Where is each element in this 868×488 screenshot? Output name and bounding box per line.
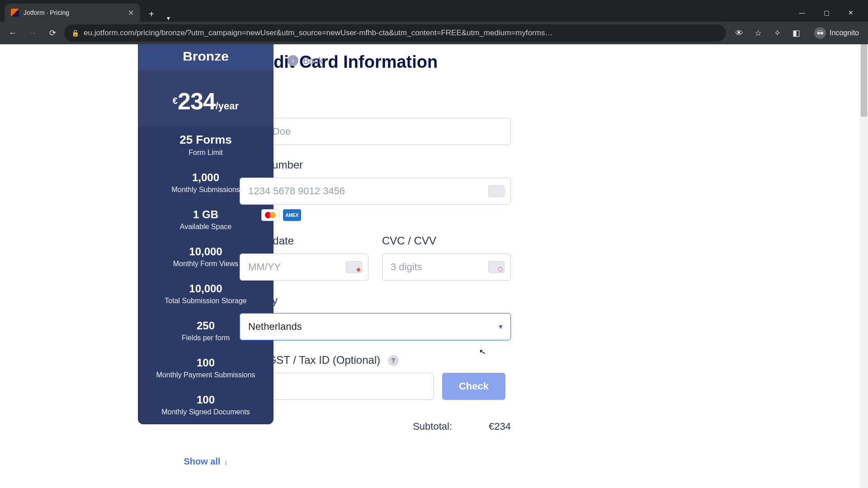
country-select[interactable] — [240, 313, 511, 340]
plan-feature: 10,000 Total Submission Storage — [138, 276, 274, 313]
country-field-group: Country ▾ — [240, 294, 511, 340]
subtotal-label: Subtotal: — [413, 421, 452, 432]
lock-icon: 🔒 — [71, 29, 79, 37]
minimize-button[interactable]: ― — [793, 9, 811, 16]
feature-value: 1 GB — [142, 208, 269, 221]
eye-off-icon[interactable]: 👁 — [733, 28, 745, 38]
plan-feature: 100 Monthly Payment Submissions — [138, 350, 274, 387]
cvc-field-group: CVC / CVV — [382, 235, 511, 281]
extensions-icon[interactable]: ✧ — [771, 28, 783, 38]
check-button[interactable]: Check — [442, 373, 505, 400]
close-window-button[interactable]: ✕ — [842, 9, 860, 16]
calendar-card-icon — [346, 261, 362, 273]
totals: Subtotal: €234 — [240, 418, 511, 435]
tab-bar: Jotform · Pricing ✕ + ▾ ― ▢ ✕ — [0, 0, 868, 22]
plan-feature: 100 Monthly Signed Documents — [138, 387, 274, 424]
name-input[interactable] — [240, 118, 511, 145]
feature-label: Monthly Signed Documents — [142, 408, 269, 416]
country-label: Country — [240, 294, 511, 307]
help-icon[interactable]: ? — [388, 355, 399, 366]
chevron-left-icon: ‹ — [288, 55, 298, 66]
name-label: Name — [240, 99, 511, 112]
cvc-label: CVC / CVV — [382, 235, 511, 247]
close-tab-icon[interactable]: ✕ — [128, 9, 134, 17]
subtotal-row: Subtotal: €234 — [240, 418, 511, 435]
card-field-group: Card number VISA AMEX — [240, 159, 511, 221]
new-tab-button[interactable]: + — [144, 6, 159, 22]
feature-label: Monthly Payment Submissions — [142, 371, 269, 379]
mastercard-icon — [261, 209, 279, 221]
show-all-label: Show all — [184, 456, 220, 466]
plan-name: Bronze — [138, 49, 274, 64]
vat-field-group: VAT / GST / Tax ID (Optional) ? Check — [240, 354, 511, 400]
feature-value: 100 — [142, 394, 269, 406]
feature-label: Available Space — [142, 223, 269, 231]
side-panel-icon[interactable]: ◧ — [790, 28, 802, 38]
incognito-indicator[interactable]: 🕶 Incognito — [810, 27, 863, 39]
amex-icon: AMEX — [283, 209, 301, 221]
browser-tab[interactable]: Jotform · Pricing ✕ — [5, 4, 140, 22]
expiry-cvc-row: Expiry date CVC / CVV — [240, 235, 511, 281]
address-bar: ← → ⟳ 🔒 eu.jotform.com/pricing/bronze/?u… — [0, 22, 868, 44]
vat-label: VAT / GST / Tax ID (Optional) ? — [240, 354, 511, 366]
feature-value: 10,000 — [142, 282, 269, 295]
plan-header: Bronze — [138, 44, 274, 70]
feature-value: 100 — [142, 357, 269, 369]
bookmark-icon[interactable]: ☆ — [752, 28, 764, 38]
subtotal-value: €234 — [470, 421, 511, 432]
price-amount: 234 — [178, 88, 216, 114]
plan-feature: 25 Forms Form Limit — [138, 127, 274, 165]
currency: € — [173, 96, 178, 106]
back-link[interactable]: ‹ Back — [288, 55, 323, 66]
browser-chrome: Jotform · Pricing ✕ + ▾ ― ▢ ✕ ← → ⟳ 🔒 eu… — [0, 0, 868, 44]
jotform-favicon-icon — [11, 9, 19, 17]
feature-label: Form Limit — [142, 149, 269, 157]
maximize-button[interactable]: ▢ — [817, 9, 835, 16]
card-number-input[interactable] — [240, 178, 511, 205]
scrollbar[interactable]: ▲ — [860, 44, 868, 488]
cvc-card-icon — [488, 261, 505, 273]
feature-value: 25 Forms — [142, 133, 269, 147]
incognito-label: Incognito — [830, 29, 859, 37]
url-text: eu.jotform.com/pricing/bronze/?utm_campa… — [84, 28, 552, 38]
card-label: Card number — [240, 159, 511, 171]
show-all-link[interactable]: Show all↓ — [138, 446, 274, 467]
tab-title: Jotform · Pricing — [24, 9, 69, 16]
page-viewport: Bronze €234/year 25 Forms Form Limit 1,0… — [0, 44, 868, 488]
name-field-group: Name — [240, 99, 511, 145]
url-field[interactable]: 🔒 eu.jotform.com/pricing/bronze/?utm_cam… — [64, 24, 726, 42]
back-button[interactable]: ← — [5, 25, 21, 41]
forward-button: → — [24, 25, 41, 41]
plan-card: Bronze €234/year 25 Forms Form Limit 1,0… — [138, 44, 274, 424]
window-controls: ― ▢ ✕ — [785, 4, 868, 22]
price-period: /year — [216, 100, 239, 112]
plan-price: €234/year — [138, 70, 274, 127]
toolbar-icons: 👁 ☆ ✧ ◧ — [729, 28, 806, 38]
back-label: Back — [303, 56, 323, 66]
card-icon — [488, 185, 505, 197]
arrow-down-icon: ↓ — [224, 458, 228, 466]
plan-feature: 1 GB Available Space — [138, 202, 274, 239]
incognito-icon: 🕶 — [814, 27, 826, 39]
card-brands: VISA AMEX — [240, 209, 511, 221]
scrollbar-thumb[interactable] — [861, 44, 867, 117]
tab-search-icon[interactable]: ▾ — [159, 14, 177, 22]
feature-label: Total Submission Storage — [142, 297, 269, 305]
reload-button[interactable]: ⟳ — [44, 25, 61, 41]
